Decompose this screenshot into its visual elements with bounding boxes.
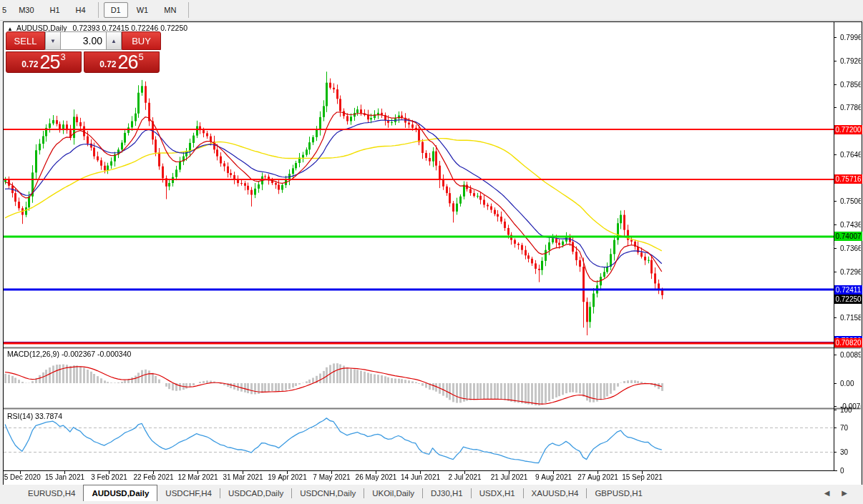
chart-tab-xauusd-h4[interactable]: XAUUSD,H4 (524, 486, 587, 501)
timeframe-toolbar: 5M30H1H4D1W1MN (0, 0, 863, 21)
timeframe-button-M30[interactable]: M30 (11, 2, 41, 18)
chart-tab-usdx-h1[interactable]: USDX,H1 (472, 486, 523, 501)
rsi-indicator-label: RSI(14) 33.7874 (7, 412, 62, 420)
one-click-trading-panel: SELL ▼ 3.00 ▲ BUY 0.72253 0.72265 (6, 31, 161, 73)
sell-price-display[interactable]: 0.72253 (6, 51, 82, 73)
mt4-trading-platform: 5M30H1H4D1W1MN ▲AUDUSD,Daily0.72393 0.72… (0, 0, 863, 504)
buy-button[interactable]: BUY (122, 31, 161, 50)
price-line-label-0.75716: 0.75716 (834, 174, 862, 184)
macd-indicator-label: MACD(12,26,9) -0.002367 -0.000340 (7, 350, 131, 358)
price-line-label-0.72411: 0.72411 (834, 285, 862, 295)
price-chart-canvas[interactable] (4, 22, 861, 483)
buy-price-sup: 5 (139, 51, 144, 62)
price-line-label-0.77200: 0.77200 (834, 125, 862, 134)
timeframe-button-H4[interactable]: H4 (69, 2, 93, 18)
sell-button[interactable]: SELL (6, 31, 45, 50)
tab-scroll-arrows: ◀ ▶ (814, 489, 847, 497)
chart-tab-ukoil-daily[interactable]: UKOil,Daily (364, 486, 422, 501)
chart-tab-usdchf-h4[interactable]: USDCHF,H4 (157, 486, 220, 501)
buy-price-big: 26 (118, 54, 138, 71)
chart-tab-gbpusd-h1[interactable]: GBPUSD,H1 (587, 486, 650, 501)
current-bid-price-label: 0.72250 (834, 295, 862, 304)
macd-values: -0.002367 -0.000340 (62, 350, 132, 358)
buy-price-display[interactable]: 0.72265 (84, 51, 160, 73)
volume-input[interactable]: 3.00 (61, 31, 106, 50)
sell-price-prefix: 0.72 (21, 59, 38, 69)
tab-scroll-left-icon[interactable]: ◀ (824, 489, 830, 497)
volume-decrease-button[interactable]: ▼ (45, 31, 61, 50)
volume-increase-button[interactable]: ▲ (106, 31, 122, 50)
chart-tab-usdcnh-daily[interactable]: USDCNH,Daily (292, 486, 364, 501)
toolbar-separator (98, 2, 99, 18)
chart-tab-dj30-h1[interactable]: DJ30,H1 (423, 486, 471, 501)
price-line-label-0.74007: 0.74007 (834, 232, 862, 241)
timeframe-button-W1[interactable]: W1 (130, 2, 156, 18)
sell-price-big: 25 (40, 54, 60, 71)
timeframe-button-MN[interactable]: MN (157, 2, 183, 18)
price-line-label-0.70820: 0.70820 (834, 338, 862, 347)
timeframe-button-H1[interactable]: H1 (43, 2, 67, 18)
timeframe-button-5[interactable]: 5 (1, 2, 10, 18)
volume-spinner: ▼ 3.00 ▲ (45, 31, 122, 50)
chart-tab-audusd-daily[interactable]: AUDUSD,Daily (83, 485, 157, 501)
status-strip (0, 501, 863, 504)
chart-tab-eurusd-h4[interactable]: EURUSD,H4 (20, 486, 83, 501)
timeframe-button-D1[interactable]: D1 (104, 2, 128, 18)
sell-price-sup: 3 (61, 51, 66, 62)
buy-price-prefix: 0.72 (99, 59, 116, 69)
toolbar-separator (188, 2, 189, 18)
chart-tab-bar: EURUSD,H4AUDUSD,DailyUSDCHF,H4USDCAD,Dai… (0, 485, 863, 501)
chart-tab-usdcad-daily[interactable]: USDCAD,Daily (220, 486, 291, 501)
tab-scroll-right-icon[interactable]: ▶ (842, 489, 847, 497)
